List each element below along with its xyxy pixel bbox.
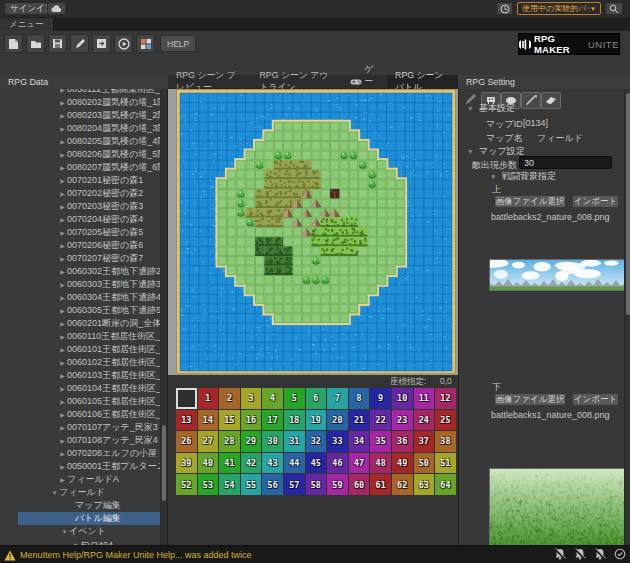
map-preview-canvas[interactable]	[168, 89, 458, 375]
foldout-closed-icon[interactable]: ▶	[58, 437, 67, 444]
new-file-button[interactable]	[4, 34, 23, 53]
tree-item[interactable]: ▶0070107アッテ_民家3	[0, 421, 168, 434]
palette-tile[interactable]: 47	[349, 453, 370, 474]
palette-tile[interactable]: 57	[284, 474, 305, 495]
palette-tile[interactable]: 43	[262, 453, 283, 474]
tab-game[interactable]: ゲーム	[342, 75, 388, 89]
brush-tool-button[interactable]	[521, 92, 541, 109]
palette-tile[interactable]: 12	[435, 388, 456, 409]
tree-item[interactable]: ▶0060305王都地下遺跡5	[0, 304, 168, 317]
palette-tile[interactable]: 23	[392, 410, 413, 431]
upper-import-button[interactable]: インポート	[572, 195, 619, 208]
encounter-steps-input[interactable]: 30	[519, 156, 612, 169]
palette-tile[interactable]: 64	[435, 474, 456, 495]
tree-item[interactable]: ▶0060110王都居住街区_城内	[0, 330, 168, 343]
tree-item[interactable]: ▶0060304王都地下遺跡4	[0, 291, 168, 304]
status-bar[interactable]: MenuItem Help/RPG Maker Unite Help... wa…	[0, 545, 630, 563]
tree-item[interactable]: ▼フィールド	[0, 486, 168, 499]
notification-muted-icon[interactable]	[574, 548, 586, 560]
palette-tile[interactable]: 62	[392, 474, 413, 495]
tree-item[interactable]: ▶0060303王都地下遺跡3	[0, 278, 168, 291]
palette-tile[interactable]: 50	[414, 453, 435, 474]
tree-item[interactable]: ▶0060201断崖の洞_全体	[0, 317, 168, 330]
battle-bg-foldout-icon[interactable]: ▼	[490, 173, 496, 180]
tree-item[interactable]: ▶0080202蜃気楼の塔_1階	[0, 96, 168, 109]
tree-item[interactable]: ▶0070108アッテ_民家4	[0, 434, 168, 447]
palette-tile[interactable]: 38	[435, 431, 456, 452]
palette-tile[interactable]: 61	[370, 474, 391, 495]
map-scene-view[interactable]	[168, 89, 458, 375]
palette-tile[interactable]: 46	[327, 453, 348, 474]
tree-scrollbar[interactable]	[160, 89, 167, 545]
palette-tile[interactable]: 11	[414, 388, 435, 409]
palette-tile[interactable]: 52	[176, 474, 197, 495]
inspector-scrollbar-thumb[interactable]	[626, 93, 630, 315]
foldout-closed-icon[interactable]: ▶	[58, 450, 67, 457]
upper-choose-file-button[interactable]: 画像ファイル選択	[494, 195, 566, 208]
tile-blocks-button[interactable]	[136, 34, 155, 53]
tree-item[interactable]: ▶0060103王都居住街区_民家	[0, 369, 168, 382]
palette-tile[interactable]: 36	[392, 431, 413, 452]
palette-tile[interactable]: 59	[327, 474, 348, 495]
foldout-closed-icon[interactable]: ▶	[58, 112, 67, 119]
palette-tile[interactable]: 32	[306, 431, 327, 452]
tree-item[interactable]: ▶0050001王都プルターニュ商業	[0, 460, 168, 473]
tree-item[interactable]: ▶0070208エルフの小屋	[0, 447, 168, 460]
palette-tile[interactable]: 6	[306, 388, 327, 409]
tree-item[interactable]: ▶0050112王都商業街区_3階	[0, 89, 168, 96]
tab-rpg-scene-outline[interactable]: RPG シーン アウトライン	[252, 75, 342, 89]
battle-bg-header[interactable]: 戦闘背景指定	[502, 170, 556, 183]
tree-item[interactable]: ▶0060102王都居住街区_宿屋	[0, 356, 168, 369]
tab-menu[interactable]: メニュー	[0, 18, 54, 31]
palette-tile[interactable]: 3	[241, 388, 262, 409]
export-scene-button[interactable]	[92, 34, 111, 53]
palette-tile[interactable]: 44	[284, 453, 305, 474]
foldout-closed-icon[interactable]: ▶	[58, 294, 67, 301]
palette-tile[interactable]: 58	[306, 474, 327, 495]
palette-tile[interactable]: 20	[327, 410, 348, 431]
tab-rpg-setting[interactable]: RPG Setting	[458, 75, 630, 89]
palette-tile[interactable]: 28	[219, 431, 240, 452]
tree-item-selected[interactable]: バトル編集	[18, 512, 160, 525]
foldout-closed-icon[interactable]: ▶	[58, 307, 67, 314]
palette-tile[interactable]: 7	[327, 388, 348, 409]
tree-item[interactable]: ▶0060104王都居住街区_民家	[0, 382, 168, 395]
tree-item[interactable]: マップ編集	[0, 499, 168, 512]
foldout-closed-icon[interactable]: ▶	[58, 268, 67, 275]
palette-tile[interactable]: 54	[219, 474, 240, 495]
edit-pencil-button[interactable]	[70, 34, 89, 53]
foldout-open-icon[interactable]: ▼	[60, 529, 69, 535]
tree-item[interactable]: ▶0070207秘密の森7	[0, 252, 168, 265]
foldout-closed-icon[interactable]: ▶	[58, 255, 67, 262]
foldout-closed-icon[interactable]: ▶	[58, 229, 67, 236]
palette-tile[interactable]: 24	[414, 410, 435, 431]
tree-item[interactable]: ▶EV2494	[0, 538, 168, 545]
foldout-closed-icon[interactable]: ▶	[58, 411, 67, 418]
foldout-closed-icon[interactable]: ▶	[58, 216, 67, 223]
basic-settings-foldout-icon[interactable]: ▼	[467, 105, 473, 112]
search-button[interactable]	[605, 2, 623, 15]
inspector-scrollbar[interactable]	[624, 89, 630, 545]
lower-choose-file-button[interactable]: 画像ファイル選択	[494, 393, 566, 406]
tree-item[interactable]: ▶フィールドA	[0, 473, 168, 486]
foldout-open-icon[interactable]: ▼	[50, 490, 59, 496]
map-settings-foldout-icon[interactable]: ▼	[467, 148, 473, 155]
palette-tile[interactable]: 55	[241, 474, 262, 495]
palette-tile[interactable]: 15	[219, 410, 240, 431]
tab-rpg-scene-battle[interactable]: RPG シーン バトル	[387, 75, 458, 89]
palette-tile[interactable]: 9	[370, 388, 391, 409]
foldout-closed-icon[interactable]: ▶	[58, 177, 67, 184]
open-folder-button[interactable]	[26, 34, 45, 53]
palette-tile[interactable]: 51	[435, 453, 456, 474]
tree-item[interactable]: ▶0070204秘密の森4	[0, 213, 168, 226]
palette-tile[interactable]: 1	[198, 388, 219, 409]
palette-tile[interactable]: 10	[392, 388, 413, 409]
foldout-closed-icon[interactable]: ▶	[58, 281, 67, 288]
foldout-closed-icon[interactable]: ▶	[58, 424, 67, 431]
play-button[interactable]	[114, 34, 133, 53]
tree-item[interactable]: ▶0060105王都居住街区_民家	[0, 395, 168, 408]
eraser-tool-button[interactable]	[541, 92, 561, 109]
tree-item[interactable]: ▶0080207蜃気楼の塔_6階	[0, 161, 168, 174]
lower-import-button[interactable]: インポート	[572, 393, 619, 406]
palette-tile[interactable]: 21	[349, 410, 370, 431]
